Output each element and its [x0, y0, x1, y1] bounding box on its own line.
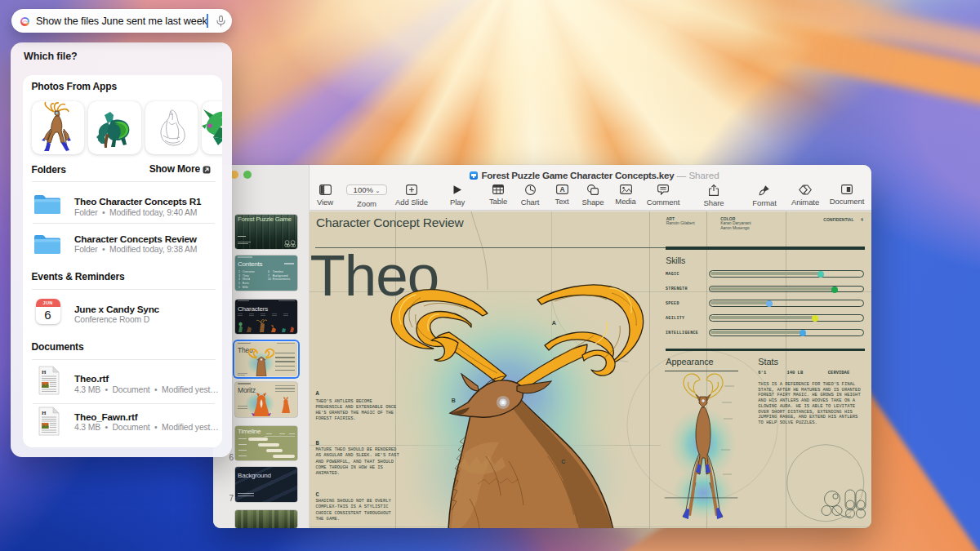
- svg-text:A: A: [559, 185, 564, 193]
- svg-text:H: H: [42, 410, 47, 416]
- svg-text:H: H: [42, 369, 47, 375]
